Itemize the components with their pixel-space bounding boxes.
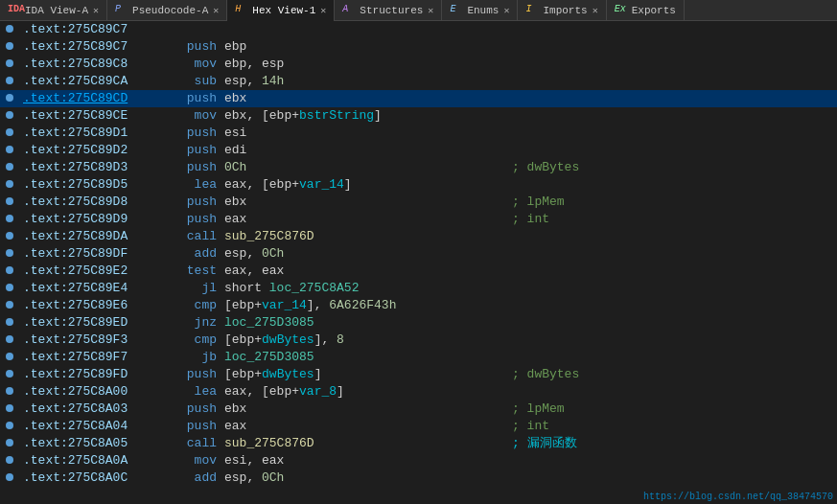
row-mnemonic: push	[144, 418, 221, 435]
table-row[interactable]: .text:275C89C8movebp, esp	[0, 56, 837, 73]
table-row[interactable]: .text:275C89D3push0Ch; dwBytes	[0, 159, 837, 176]
table-row[interactable]: .text:275C8A0Caddesp, 0Ch	[0, 470, 837, 487]
row-comment	[508, 332, 837, 349]
row-comment: ; 漏洞函数	[508, 435, 837, 452]
dot-indicator	[6, 318, 13, 326]
dot-indicator	[6, 456, 13, 464]
dot-indicator	[6, 42, 13, 50]
table-row[interactable]: .text:275C89C7pushebp	[0, 38, 837, 56]
tab-close-hex-view-1[interactable]: ✕	[320, 5, 326, 16]
table-row[interactable]: .text:275C89D2pushedi	[0, 142, 837, 159]
tab-close-structures[interactable]: ✕	[428, 5, 433, 16]
table-row[interactable]: .text:275C89F3cmp[ebp+dwBytes], 8	[0, 332, 837, 349]
row-address: .text:275C89E6	[19, 297, 144, 314]
row-dot	[0, 21, 19, 38]
row-dot	[0, 73, 19, 90]
tab-label-structures: Structures	[360, 5, 423, 16]
row-operands: ebx, [ebp+bstrString]	[221, 107, 508, 125]
row-address: .text:275C8A03	[19, 401, 144, 418]
dot-indicator	[6, 439, 13, 447]
row-operands: eax, [ebp+var_8]	[221, 383, 508, 401]
row-dot	[0, 245, 19, 263]
table-row[interactable]: .text:275C8A00leaeax, [ebp+var_8]	[0, 383, 837, 401]
table-row[interactable]: .text:275C89D9pusheax; int	[0, 211, 837, 228]
tab-close-enums[interactable]: ✕	[503, 5, 509, 16]
tab-close-pseudocode-a[interactable]: ✕	[213, 5, 219, 16]
tab-enums[interactable]: EEnums✕	[442, 0, 518, 21]
tab-pseudocode-a[interactable]: PPseudocode-A✕	[107, 0, 227, 21]
row-mnemonic: mov	[144, 107, 221, 125]
row-address: .text:275C89D3	[19, 159, 144, 176]
table-row[interactable]: .text:275C89E4jlshort loc_275C8A52	[0, 280, 837, 297]
row-address[interactable]: .text:275C89CD	[19, 90, 144, 107]
dot-indicator	[6, 249, 13, 257]
table-row[interactable]: .text:275C89D1pushesi	[0, 125, 837, 142]
table-row[interactable]: .text:275C89CDpushebx	[0, 90, 837, 107]
tab-close-ida-view-a[interactable]: ✕	[93, 5, 99, 16]
row-operands: ebx	[221, 194, 508, 211]
tab-label-ida-view-a: IDA View-A	[25, 5, 88, 16]
row-mnemonic: push	[144, 125, 221, 142]
tab-hex-view-1[interactable]: HHex View-1✕	[227, 0, 335, 21]
row-mnemonic: call	[144, 228, 221, 245]
table-row[interactable]: .text:275C89DFaddesp, 0Ch	[0, 245, 837, 263]
dot-indicator	[6, 404, 13, 412]
row-address: .text:275C89C7	[19, 38, 144, 56]
table-row[interactable]: .text:275C89EDjnzloc_275D3085	[0, 314, 837, 332]
table-row[interactable]: .text:275C8A03pushebx; lpMem	[0, 401, 837, 418]
row-operands: esp, 14h	[221, 73, 508, 90]
tab-structures[interactable]: AStructures✕	[335, 0, 442, 21]
tab-exports[interactable]: ExExports	[607, 0, 685, 21]
tab-label-exports: Exports	[632, 5, 676, 16]
dot-indicator	[6, 422, 13, 429]
row-address: .text:275C8A05	[19, 435, 144, 452]
row-operands: esp, 0Ch	[221, 245, 508, 263]
row-mnemonic	[144, 21, 221, 38]
row-mnemonic: push	[144, 211, 221, 228]
table-row[interactable]: .text:275C89D8pushebx; lpMem	[0, 194, 837, 211]
table-row[interactable]: .text:275C89CEmovebx, [ebp+bstrString]	[0, 107, 837, 125]
table-row[interactable]: .text:275C89E6cmp[ebp+var_14], 6A626F43h	[0, 297, 837, 314]
dot-indicator	[6, 301, 13, 309]
row-mnemonic: lea	[144, 176, 221, 194]
table-row[interactable]: .text:275C89C7	[0, 21, 837, 38]
row-mnemonic: jb	[144, 349, 221, 366]
row-address: .text:275C89E2	[19, 263, 144, 280]
table-row[interactable]: .text:275C89E2testeax, eax	[0, 263, 837, 280]
dot-indicator	[6, 215, 13, 222]
row-mnemonic: test	[144, 263, 221, 280]
row-operands: ebx	[221, 401, 508, 418]
table-row[interactable]: .text:275C89CAsubesp, 14h	[0, 73, 837, 90]
row-mnemonic: push	[144, 38, 221, 56]
dot-indicator	[6, 146, 13, 153]
row-dot	[0, 280, 19, 297]
row-comment	[508, 21, 837, 38]
row-address: .text:275C89D1	[19, 125, 144, 142]
table-row[interactable]: .text:275C89D5leaeax, [ebp+var_14]	[0, 176, 837, 194]
row-mnemonic: jl	[144, 280, 221, 297]
row-comment	[508, 263, 837, 280]
row-operands: eax	[221, 418, 508, 435]
row-operands: esi, eax	[221, 452, 508, 470]
tab-imports[interactable]: IImports✕	[518, 0, 606, 21]
row-mnemonic: push	[144, 401, 221, 418]
row-operands: eax	[221, 211, 508, 228]
table-row[interactable]: .text:275C8A04pusheax; int	[0, 418, 837, 435]
row-dot	[0, 349, 19, 366]
row-comment: ; int	[508, 418, 837, 435]
tab-ida-view-a[interactable]: IDAIDA View-A✕	[0, 0, 107, 21]
row-dot	[0, 228, 19, 245]
table-row[interactable]: .text:275C89FDpush[ebp+dwBytes]; dwBytes	[0, 366, 837, 383]
table-row[interactable]: .text:275C8A05callsub_275C876D; 漏洞函数	[0, 435, 837, 452]
row-comment: ; lpMem	[508, 194, 837, 211]
row-comment	[508, 73, 837, 90]
tab-close-imports[interactable]: ✕	[593, 5, 598, 16]
row-comment	[508, 314, 837, 332]
row-dot	[0, 211, 19, 228]
row-comment	[508, 349, 837, 366]
table-row[interactable]: .text:275C8A0Amovesi, eax	[0, 452, 837, 470]
table-row[interactable]: .text:275C89DAcallsub_275C876D	[0, 228, 837, 245]
table-row[interactable]: .text:275C89F7jbloc_275D3085	[0, 349, 837, 366]
row-address: .text:275C89D2	[19, 142, 144, 159]
row-comment	[508, 176, 837, 194]
